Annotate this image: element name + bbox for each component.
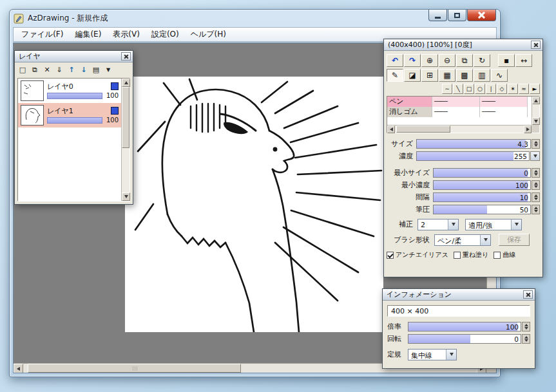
layer-palette-close-button[interactable] — [121, 52, 131, 61]
correction-select[interactable]: 2 — [417, 219, 459, 230]
menu-help[interactable]: ヘルプ(H) — [185, 27, 232, 42]
interval-spinner[interactable] — [532, 192, 540, 202]
duplicate-layer-icon[interactable]: ⧉ — [29, 64, 41, 75]
new-layer-icon[interactable]: □ — [17, 64, 28, 75]
size-spinner[interactable] — [532, 139, 540, 149]
antialias-option[interactable]: アンチエイリアス — [387, 250, 448, 259]
pressure-slider[interactable]: 50 — [433, 205, 531, 214]
rotation-slider[interactable]: 0 — [408, 334, 521, 344]
density-dropdown-button[interactable] — [530, 151, 540, 161]
freehand-shape-button[interactable]: ∼ — [442, 84, 452, 94]
layer-options-icon[interactable]: ▤ — [90, 64, 102, 75]
ruler-select[interactable]: 集中線 — [408, 349, 457, 360]
rect-shape-button[interactable]: □ — [464, 84, 474, 94]
horizontal-scroll-thumb[interactable] — [28, 364, 241, 373]
fill-tool-button[interactable]: ▩ — [456, 69, 473, 82]
copy-view-button[interactable]: ⧉ — [456, 54, 473, 67]
line-shape-button[interactable]: ╲ — [453, 84, 463, 94]
maximize-button[interactable] — [448, 10, 466, 21]
save-brush-button[interactable]: 保存 — [499, 234, 530, 246]
scroll-left-button[interactable] — [14, 364, 23, 373]
undo-button[interactable]: ↶ — [387, 54, 403, 67]
preset-list-vscrollbar[interactable] — [532, 97, 539, 125]
move-layer-down-icon[interactable]: ↓ — [78, 64, 90, 75]
menu-settings[interactable]: 設定(O) — [146, 27, 185, 42]
zoom-in-button[interactable]: ⊕ — [421, 54, 438, 67]
size-slider[interactable]: 4.3 — [416, 139, 531, 149]
layer-row-0[interactable]: レイヤ0 100 — [18, 79, 121, 103]
layer-color-swatch[interactable] — [111, 107, 119, 115]
eraser-preset-row[interactable]: 消しゴム ―― ―― — [387, 107, 532, 117]
overlay-paint-option[interactable]: 重ね塗り — [454, 250, 488, 259]
information-palette-titlebar[interactable]: インフォメーション — [383, 289, 535, 301]
preset-scroll-left-button[interactable] — [387, 126, 395, 133]
eraser-tool-button[interactable]: ◪ — [404, 69, 421, 82]
interval-slider[interactable]: 10 — [433, 192, 531, 202]
close-button[interactable] — [467, 10, 496, 21]
zoom-spinner[interactable] — [522, 322, 530, 331]
preset-scroll-down-button[interactable] — [532, 117, 540, 125]
correction-mode-select[interactable]: 適用/強 — [465, 219, 522, 230]
tool-palette-titlebar[interactable]: (400x400) [100%] [0度] — [384, 39, 542, 51]
layer-name: レイヤ0 — [47, 82, 73, 91]
select-tool-button[interactable]: ▦ — [439, 69, 455, 82]
preset-list-hscrollbar[interactable] — [387, 125, 532, 133]
spline-tool-button[interactable]: ∿ — [491, 69, 508, 82]
layer-color-swatch[interactable] — [111, 82, 119, 90]
overlay-paint-checkbox[interactable] — [454, 252, 461, 259]
layer-row-1-selected[interactable]: レイヤ1 100 — [18, 103, 121, 127]
spinner-down-icon — [524, 339, 528, 342]
density-slider[interactable]: 255 — [416, 151, 530, 161]
fit-width-button[interactable]: ↔ — [515, 54, 532, 67]
texture-tool-button[interactable]: ▥ — [474, 69, 490, 82]
layer-list-scrollbar[interactable] — [121, 79, 129, 201]
min-size-slider[interactable]: 0 — [433, 168, 531, 178]
pressure-spinner[interactable] — [532, 205, 540, 214]
tool-palette-close-button[interactable] — [531, 41, 541, 49]
min-size-spinner[interactable] — [532, 168, 540, 178]
curve-option[interactable]: 曲線 — [494, 250, 515, 259]
delete-layer-icon[interactable]: ✕ — [41, 64, 53, 75]
pen-preset-row[interactable]: ペン ―― ―― — [387, 97, 532, 107]
minimize-button[interactable] — [428, 10, 447, 21]
spinner-down-icon — [534, 210, 538, 212]
ellipse-shape-button[interactable]: ○ — [475, 84, 485, 94]
merge-layer-icon[interactable]: ⇓ — [53, 64, 65, 75]
layer-scroll-down-button[interactable] — [122, 192, 130, 201]
move-layer-up-icon[interactable]: ↑ — [66, 64, 77, 75]
center-view-button[interactable]: ▪ — [498, 54, 515, 67]
preset-scroll-right-button[interactable] — [524, 126, 532, 133]
min-density-slider[interactable]: 100 — [433, 180, 531, 190]
layer-menu-dropdown-icon[interactable]: ▼ — [102, 64, 114, 75]
preset-scroll-up-button[interactable] — [532, 97, 540, 104]
antialias-checkbox[interactable] — [387, 252, 394, 259]
menu-edit[interactable]: 編集(E) — [69, 27, 107, 42]
arrow-up-icon — [124, 81, 128, 84]
brush-shape-select[interactable]: ペン/柔 — [434, 234, 491, 246]
pen-tool-button[interactable]: ✎ — [387, 69, 403, 82]
zoom-out-button[interactable]: ⊖ — [439, 54, 455, 67]
menu-file[interactable]: ファイル(F) — [15, 27, 69, 42]
min-density-spinner[interactable] — [532, 180, 540, 190]
menu-view[interactable]: 表示(V) — [107, 27, 146, 42]
rotation-spinner[interactable] — [522, 334, 530, 344]
arrow-shape-button[interactable]: ► — [530, 84, 540, 94]
burst-shape-button[interactable]: ✶ — [508, 84, 518, 94]
layer-scroll-up-button[interactable] — [122, 79, 130, 87]
layer-palette-titlebar[interactable]: レイヤ — [15, 51, 133, 62]
rotate-view-button[interactable]: ↻ — [474, 54, 490, 67]
titlebar[interactable]: AzDrawing - 新規作成 — [10, 10, 500, 27]
layer-opacity-bar[interactable] — [47, 93, 102, 99]
diamond-shape-button[interactable]: ◇ — [497, 84, 507, 94]
polyline-shape-button[interactable]: ∣ — [486, 84, 496, 94]
zoom-slider[interactable]: 100 — [408, 322, 521, 331]
information-palette-close-button[interactable] — [523, 290, 533, 299]
layer-opacity-bar[interactable] — [47, 117, 102, 124]
drawing-canvas[interactable] — [125, 77, 383, 332]
move-tool-button[interactable]: ⊞ — [421, 69, 438, 82]
wave-shape-button[interactable]: ≈ — [519, 84, 529, 94]
redo-button[interactable]: ↷ — [404, 54, 421, 67]
layer-scroll-thumb[interactable] — [122, 87, 129, 148]
curve-checkbox[interactable] — [494, 252, 501, 259]
preset-hscroll-thumb[interactable] — [396, 126, 450, 133]
